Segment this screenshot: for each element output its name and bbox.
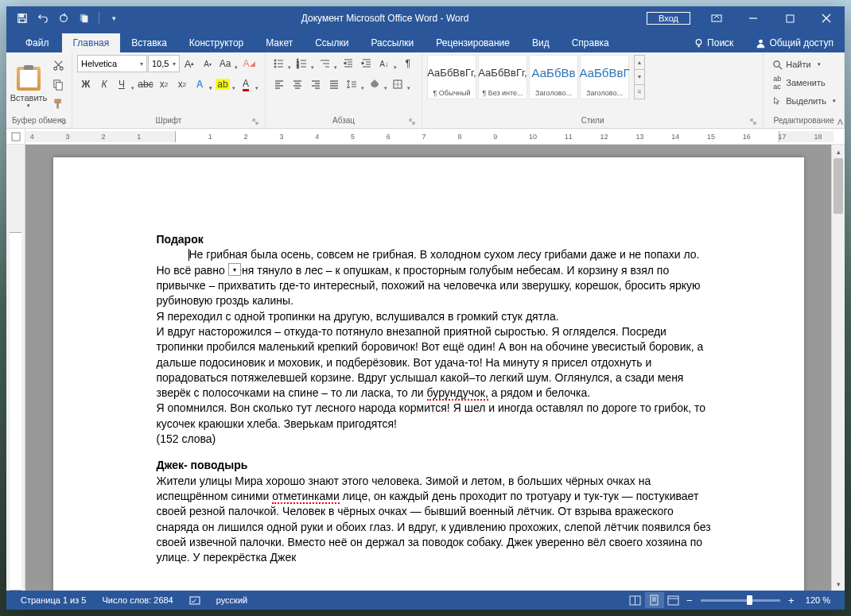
document-area: Подарок Не грибная была осень, совсем не…	[6, 145, 845, 591]
svg-rect-72	[668, 596, 678, 605]
show-marks-icon[interactable]: ¶	[399, 55, 417, 72]
copy-icon[interactable]	[49, 76, 67, 93]
align-left-icon[interactable]	[270, 76, 288, 93]
ruler-corner-icon[interactable]	[6, 129, 25, 144]
style-item[interactable]: АаБбВвГг,¶ Без инте...	[478, 55, 527, 99]
underline-icon[interactable]: Ч	[114, 76, 136, 93]
tab-insert[interactable]: Вставка	[120, 33, 178, 52]
font-name-select[interactable]: Helvetica	[77, 55, 147, 72]
minimize-icon[interactable]	[735, 6, 771, 30]
group-font: Helvetica 10,5 A▴ A▾ Aa A◢ Ж К Ч abc x2 …	[72, 52, 266, 128]
language-status[interactable]: русский	[208, 595, 255, 605]
search-icon	[771, 59, 783, 70]
shading-icon[interactable]	[367, 76, 389, 93]
style-item[interactable]: АаБбВвГг,¶ Обычный	[427, 55, 476, 99]
cut-icon[interactable]	[49, 56, 67, 74]
dialog-launcher-icon[interactable]	[58, 118, 67, 126]
find-button[interactable]: Найти▾	[768, 56, 839, 72]
vertical-scrollbar[interactable]: ▴ ▾	[831, 145, 845, 591]
tab-references[interactable]: Ссылки	[304, 33, 359, 52]
replace-button[interactable]: abacЗаменить	[768, 75, 839, 91]
svg-point-14	[60, 67, 63, 70]
zoom-out-icon[interactable]: −	[683, 595, 696, 606]
justify-icon[interactable]	[325, 76, 343, 93]
tab-file[interactable]: Файл	[13, 33, 62, 52]
login-button[interactable]: Вход	[647, 12, 690, 25]
redo-icon[interactable]	[54, 9, 73, 28]
undo-icon[interactable]	[33, 9, 52, 28]
grow-font-icon[interactable]: A▴	[181, 55, 198, 72]
svg-rect-5	[82, 16, 87, 23]
dialog-launcher-icon[interactable]	[251, 118, 260, 126]
clear-format-icon[interactable]: A◢	[240, 55, 258, 72]
bullets-icon[interactable]	[270, 55, 293, 72]
superscript-icon[interactable]: x2	[173, 76, 191, 93]
line-spacing-icon[interactable]	[344, 76, 366, 93]
sort-icon[interactable]: A↓	[376, 55, 398, 72]
shrink-font-icon[interactable]: A▾	[199, 55, 216, 72]
document-scroll[interactable]: Подарок Не грибная была осень, совсем не…	[25, 145, 831, 591]
save-icon[interactable]	[13, 9, 32, 28]
zoom-in-icon[interactable]: +	[785, 595, 798, 606]
window-title: Документ Microsoft Office Word - Word	[123, 13, 647, 24]
web-layout-icon[interactable]	[664, 592, 683, 608]
tab-view[interactable]: Вид	[521, 33, 561, 52]
page[interactable]: Подарок Не грибная была осень, совсем не…	[53, 157, 804, 591]
increase-indent-icon[interactable]	[358, 55, 375, 72]
word-count[interactable]: Число слов: 2684	[94, 595, 181, 605]
style-item[interactable]: АаБбВвЗаголово...	[529, 55, 578, 99]
paste-options-icon[interactable]: ▾	[228, 263, 241, 276]
select-button[interactable]: Выделить▾	[768, 93, 839, 109]
font-size-select[interactable]: 10,5	[148, 55, 180, 72]
align-right-icon[interactable]	[307, 76, 324, 93]
scroll-up-icon[interactable]: ▴	[832, 145, 845, 158]
change-case-icon[interactable]: Aa	[217, 55, 239, 72]
text-effects-icon[interactable]: A	[192, 76, 214, 93]
vertical-ruler[interactable]	[6, 145, 25, 591]
qat-icon[interactable]	[75, 9, 94, 28]
read-mode-icon[interactable]	[626, 592, 645, 608]
svg-point-19	[274, 63, 276, 64]
format-painter-icon[interactable]	[49, 95, 67, 112]
numbering-icon[interactable]: 123	[293, 55, 316, 72]
tab-help[interactable]: Справка	[561, 33, 620, 52]
tab-review[interactable]: Рецензирование	[425, 33, 521, 52]
dialog-launcher-icon[interactable]	[408, 118, 417, 126]
maximize-icon[interactable]	[771, 6, 808, 30]
scroll-thumb[interactable]	[834, 158, 843, 214]
tab-search[interactable]: Поиск	[682, 33, 744, 52]
style-item[interactable]: АаБбВвГЗаголово...	[580, 55, 629, 99]
decrease-indent-icon[interactable]	[340, 55, 357, 72]
page-status[interactable]: Страница 1 из 5	[13, 595, 94, 605]
highlight-icon[interactable]: ab	[215, 76, 237, 93]
zoom-level[interactable]: 120 %	[798, 595, 838, 605]
dialog-launcher-icon[interactable]	[749, 118, 758, 126]
multilevel-icon[interactable]	[317, 55, 339, 72]
collapse-ribbon-icon[interactable]: ᐱ	[837, 118, 843, 126]
tab-layout[interactable]: Макет	[255, 33, 304, 52]
qat-customize-icon[interactable]: ▾	[104, 9, 123, 28]
tab-home[interactable]: Главная	[62, 33, 121, 52]
italic-icon[interactable]: К	[95, 76, 113, 93]
ribbon-tabs: Файл Главная Вставка Конструктор Макет С…	[6, 30, 845, 52]
print-layout-icon[interactable]	[645, 592, 664, 608]
paste-button[interactable]: Вставить ▾	[11, 55, 46, 116]
font-color-icon[interactable]: A	[238, 76, 260, 93]
svg-text:3: 3	[297, 64, 299, 69]
tab-mailings[interactable]: Рассылки	[359, 33, 425, 52]
strike-icon[interactable]: abc	[137, 76, 154, 93]
styles-scroll[interactable]: ▴▾≡	[634, 55, 645, 99]
spellcheck-status[interactable]	[181, 595, 208, 606]
zoom-slider[interactable]	[701, 599, 780, 602]
bold-icon[interactable]: Ж	[77, 76, 95, 93]
heading: Джек- поводырь	[157, 459, 248, 471]
subscript-icon[interactable]: x2	[155, 76, 173, 93]
close-icon[interactable]	[808, 6, 845, 30]
ribbon-options-icon[interactable]	[698, 6, 735, 30]
horizontal-ruler[interactable]: 4321123456789101112131415161718	[6, 129, 845, 145]
align-center-icon[interactable]	[289, 76, 306, 93]
tab-design[interactable]: Конструктор	[178, 33, 255, 52]
borders-icon[interactable]	[390, 76, 412, 93]
scroll-down-icon[interactable]: ▾	[832, 577, 845, 591]
share-button[interactable]: Общий доступ	[744, 33, 845, 52]
